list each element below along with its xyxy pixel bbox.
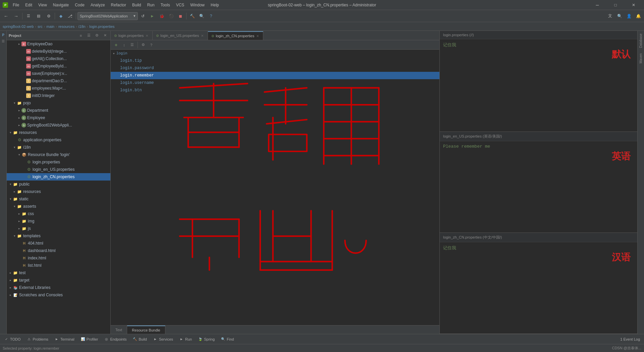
- zoom-icon[interactable]: 🔍: [615, 12, 624, 20]
- tree-item-scratches[interactable]: ▸ 📝 Scratches and Consoles: [7, 291, 110, 299]
- sort-button[interactable]: ↕: [121, 42, 127, 48]
- tab-resource-bundle[interactable]: Resource Bundle: [127, 325, 165, 334]
- menu-tools[interactable]: Tools: [158, 2, 173, 8]
- endpoints-button[interactable]: ◎ Endpoints: [102, 336, 128, 342]
- run-config-select[interactable]: SpringBoot02WebApplication ▾: [77, 12, 138, 20]
- tree-item-404[interactable]: H 404.html: [7, 240, 110, 247]
- tree-item-save[interactable]: m save(Employee):v...: [7, 70, 110, 77]
- tree-item-css[interactable]: ▸ 📁 css: [7, 210, 110, 217]
- run-button[interactable]: ► Run: [177, 336, 194, 342]
- tree-item-resources[interactable]: ▾ 📁 resources: [7, 129, 110, 136]
- build-button[interactable]: 🔨 Build: [130, 336, 149, 342]
- reload-icon[interactable]: ↺: [139, 12, 147, 20]
- right-section-content-zh[interactable]: 记住我 汉语: [440, 242, 637, 272]
- close-button[interactable]: ✕: [626, 0, 641, 10]
- collapse-button[interactable]: ▤: [34, 11, 43, 21]
- breadcrumb-main[interactable]: main: [46, 24, 54, 29]
- coverage-icon[interactable]: ⚫: [167, 12, 175, 20]
- menu-window[interactable]: Window: [187, 2, 207, 8]
- menu-view[interactable]: View: [36, 2, 50, 8]
- sidebar-settings-icon[interactable]: ⚙: [94, 32, 100, 39]
- profiler-button[interactable]: 📊 Profiler: [78, 336, 100, 342]
- prop-login-password[interactable]: login.password: [111, 64, 439, 72]
- right-strip-maven[interactable]: Maven: [638, 52, 643, 65]
- prop-login-btn[interactable]: login.btn: [111, 87, 439, 94]
- tree-item-img[interactable]: ▸ 📁 img: [7, 217, 110, 225]
- menu-analyze[interactable]: Analyze: [88, 2, 108, 8]
- tab-login-props[interactable]: ⚙ login.properties ✕: [111, 31, 153, 40]
- tab-text[interactable]: Text: [111, 325, 127, 334]
- breadcrumb-i18n[interactable]: i18n: [78, 24, 86, 29]
- tree-item-public[interactable]: ▾ 📁 public: [7, 181, 110, 188]
- problems-button[interactable]: ⚠ Problems: [25, 336, 50, 342]
- tree-item-test[interactable]: ▸ 📁 test: [7, 269, 110, 276]
- prop-group-login[interactable]: ▾ login: [111, 50, 439, 57]
- stop-icon[interactable]: ◼: [176, 12, 184, 20]
- debug-icon[interactable]: 🐞: [158, 12, 166, 20]
- tree-item-login-zh-props[interactable]: ⚙ login_zh_CN.properties: [7, 173, 110, 181]
- tree-item-target[interactable]: ▸ 📁 target: [7, 276, 110, 284]
- menu-build[interactable]: Build: [129, 2, 144, 8]
- tab-login-zh-props[interactable]: ⚙ login_zh_CN.properties ✕: [208, 31, 263, 40]
- tab-close-button[interactable]: ✕: [145, 34, 149, 38]
- tree-item-department[interactable]: ▸ C Department: [7, 107, 110, 114]
- services-button[interactable]: ► Services: [151, 336, 175, 342]
- menu-run[interactable]: Run: [145, 2, 157, 8]
- sidebar-expand-all[interactable]: ≡: [77, 32, 84, 39]
- tree-item-departmentdao[interactable]: f departmentDao:D...: [7, 77, 110, 85]
- tree-item-login-en-props[interactable]: ⚙ login_en_US.properties: [7, 166, 110, 173]
- ed-help-icon[interactable]: ?: [148, 42, 155, 48]
- tree-item-pojo[interactable]: ▾ 📁 pojo: [7, 99, 110, 107]
- right-section-content-default[interactable]: 记住我 默认: [440, 39, 637, 69]
- tree-item-resource-bundle[interactable]: ▾ 📦 Resource Bundle 'login': [7, 151, 110, 158]
- tree-item-i18n[interactable]: ▾ 📁 i18n: [7, 144, 110, 151]
- right-strip-database[interactable]: Database: [638, 32, 643, 49]
- todo-button[interactable]: ✓ TODO: [2, 336, 23, 342]
- tree-item-deletebyid[interactable]: m deleteById(Intege...: [7, 48, 110, 55]
- minimize-button[interactable]: –: [590, 0, 605, 10]
- tree-item-templates[interactable]: ▾ 📁 templates: [7, 232, 110, 240]
- tree-item-list[interactable]: H list.html: [7, 262, 110, 269]
- terminal-button[interactable]: ► Terminal: [52, 336, 76, 342]
- tab-login-en-props[interactable]: ⚙ login_en_US.properties ✕: [153, 31, 208, 40]
- tree-item-employeedao[interactable]: ▸ C EmployeeDao: [7, 40, 110, 48]
- user-icon[interactable]: 👤: [625, 12, 633, 20]
- find-button[interactable]: 🔍 Find: [219, 336, 236, 342]
- add-property-button[interactable]: +: [113, 42, 119, 48]
- run-icon[interactable]: ►: [148, 12, 156, 20]
- vcs-icon[interactable]: ⎇: [66, 12, 74, 20]
- menu-navigate[interactable]: Navigate: [50, 2, 71, 8]
- bookmark-icon[interactable]: ◆: [57, 12, 65, 20]
- prop-login-tip[interactable]: login.tip: [111, 57, 439, 64]
- prop-login-username[interactable]: login.username: [111, 79, 439, 87]
- tree-item-dashboard[interactable]: H dashboard.html: [7, 247, 110, 254]
- structure-icon[interactable]: ☰: [1, 38, 6, 44]
- tree-item-static[interactable]: ▾ 📁 static: [7, 195, 110, 203]
- forward-button[interactable]: →: [11, 11, 21, 21]
- breadcrumb-project[interactable]: springBoot-02-web: [3, 24, 34, 29]
- sidebar-collapse-all[interactable]: ☰: [86, 32, 92, 39]
- expand-all-button[interactable]: ☰: [24, 11, 33, 21]
- tab-close-button[interactable]: ✕: [200, 34, 204, 38]
- tree-item-getemployeebyid[interactable]: m getEmployeeById...: [7, 62, 110, 70]
- project-icon[interactable]: P: [1, 32, 6, 38]
- menu-refactor[interactable]: Refactor: [108, 2, 129, 8]
- breadcrumb-src[interactable]: src: [38, 24, 43, 29]
- menu-vcs[interactable]: VCS: [173, 2, 187, 8]
- search-everywhere-icon[interactable]: 🔍: [198, 12, 206, 20]
- sidebar-close-icon[interactable]: ✕: [102, 32, 108, 39]
- menu-code[interactable]: Code: [72, 2, 87, 8]
- event-log-button[interactable]: 1 Event Log: [618, 337, 642, 342]
- tree-item-app-props[interactable]: ⚙ application.properties: [7, 136, 110, 144]
- tree-item-external-libs[interactable]: ▸ 📚 External Libraries: [7, 284, 110, 291]
- tree-item-js[interactable]: ▸ 📁 js: [7, 225, 110, 232]
- menu-file[interactable]: File: [10, 2, 22, 8]
- window-controls[interactable]: – □ ✕: [590, 0, 641, 10]
- tree-item-asserts[interactable]: ▾ 📁 asserts: [7, 203, 110, 210]
- back-button[interactable]: ←: [1, 11, 11, 21]
- breadcrumb-file[interactable]: login.properties: [89, 24, 114, 29]
- right-section-content-en[interactable]: Please remember me 英语: [440, 141, 637, 171]
- tree-item-springbootapp[interactable]: ▸ S SpringBoot02WebAppli...: [7, 121, 110, 129]
- tree-item-index[interactable]: H index.html: [7, 254, 110, 262]
- tree-item-employee[interactable]: ▸ C Employee: [7, 114, 110, 121]
